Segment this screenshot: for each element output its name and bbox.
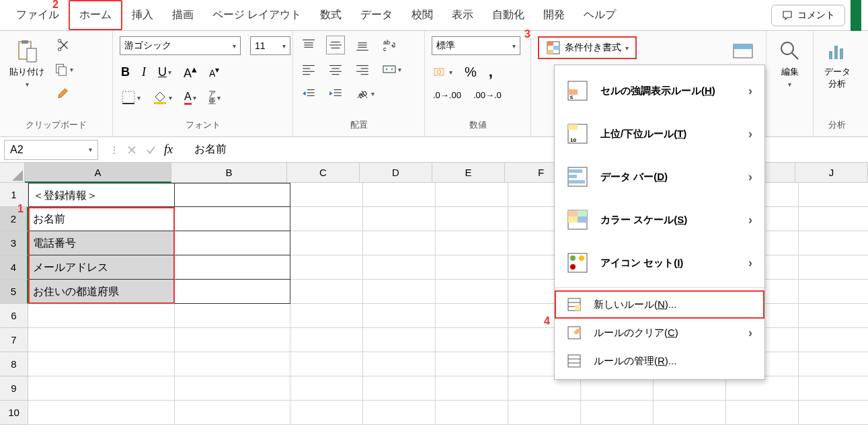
- brush-icon: [56, 86, 71, 101]
- cell-c1[interactable]: [290, 183, 363, 207]
- cell-a4[interactable]: メールアドレス: [28, 255, 175, 280]
- editing-button[interactable]: 編集 ▾: [774, 36, 806, 91]
- col-header-d[interactable]: D: [360, 163, 432, 183]
- cell-b5[interactable]: [175, 280, 290, 304]
- merge-button[interactable]: ▾: [381, 60, 403, 78]
- share-indicator[interactable]: [851, 0, 861, 31]
- enter-icon[interactable]: [145, 145, 156, 155]
- wrap-text-button[interactable]: abc: [381, 36, 398, 54]
- percent-button[interactable]: %: [463, 63, 478, 81]
- tab-automate[interactable]: 自動化: [483, 1, 534, 29]
- menu-manage-rules[interactable]: ルールの管理(R)...: [555, 347, 764, 375]
- align-middle-icon: [328, 38, 343, 52]
- menu-new-rule[interactable]: 新しいルール(N)...: [555, 290, 764, 319]
- tab-pagelayout[interactable]: ページ レイアウト: [203, 1, 311, 29]
- col-header-e[interactable]: E: [432, 163, 505, 183]
- comma-button[interactable]: ,: [487, 62, 494, 82]
- databar-icon: [567, 166, 588, 188]
- tab-insert[interactable]: 挿入: [122, 1, 163, 29]
- bold-button[interactable]: B: [120, 64, 131, 81]
- col-header-a[interactable]: A: [25, 163, 171, 183]
- increase-indent-button[interactable]: [327, 85, 344, 102]
- number-format-combo[interactable]: 標準▾: [432, 36, 520, 55]
- cancel-icon[interactable]: [126, 145, 137, 155]
- italic-button[interactable]: I: [141, 64, 147, 81]
- select-all-button[interactable]: [0, 163, 25, 183]
- tab-home[interactable]: ホーム: [69, 0, 122, 30]
- cancel-formula-icon[interactable]: ⋮: [110, 145, 118, 155]
- decrease-font-button[interactable]: A▾: [208, 64, 221, 80]
- tab-data[interactable]: データ: [351, 1, 402, 29]
- name-box[interactable]: A2▾: [4, 140, 98, 160]
- svg-rect-60: [568, 124, 578, 130]
- col-header-b[interactable]: B: [171, 163, 287, 183]
- clear-icon: [567, 325, 582, 340]
- tab-developer[interactable]: 開発: [534, 1, 574, 29]
- copy-button[interactable]: ▾: [52, 60, 75, 78]
- row-header-10[interactable]: 10: [0, 401, 28, 425]
- increase-decimal-button[interactable]: .0→.00: [432, 89, 463, 101]
- tab-formula[interactable]: 数式: [311, 1, 351, 29]
- menu-icon-sets[interactable]: アイコン セット(I) ›: [555, 241, 764, 284]
- tab-file[interactable]: ファイル: [7, 1, 69, 29]
- menu-top-bottom-rules[interactable]: 10 上位/下位ルール(T) ›: [555, 112, 764, 155]
- decrease-decimal-button[interactable]: .00→.0: [472, 89, 503, 101]
- underline-button[interactable]: U▾: [157, 64, 173, 81]
- row-header-2[interactable]: 2: [0, 207, 28, 231]
- align-center-button[interactable]: [327, 60, 344, 78]
- font-size-combo[interactable]: 11▾: [250, 36, 290, 55]
- tab-draw[interactable]: 描画: [163, 1, 203, 29]
- menu-highlight-rules[interactable]: ≤ セルの強調表示ルール(H) ›: [555, 69, 764, 112]
- col-header-c[interactable]: C: [287, 163, 360, 183]
- tab-help[interactable]: ヘルプ: [574, 1, 625, 29]
- orientation-button[interactable]: ab▾: [354, 85, 376, 102]
- row-header-1[interactable]: 1: [0, 183, 28, 207]
- align-left-button[interactable]: [300, 60, 317, 78]
- font-color-button[interactable]: A▾: [183, 89, 198, 106]
- cell-b4[interactable]: [175, 255, 290, 280]
- cell-a1[interactable]: ＜登録情報＞: [28, 183, 175, 207]
- font-name-combo[interactable]: 游ゴシック▾: [120, 36, 241, 55]
- cell-b2[interactable]: [175, 207, 290, 231]
- comment-button[interactable]: コメント: [771, 5, 845, 26]
- accounting-button[interactable]: ▾: [432, 63, 454, 81]
- align-right-button[interactable]: [354, 60, 371, 78]
- cell-a5[interactable]: お住いの都道府県: [28, 280, 175, 304]
- cut-button[interactable]: [55, 36, 73, 54]
- col-header-j[interactable]: J: [795, 163, 868, 183]
- row-header-3[interactable]: 3: [0, 231, 28, 255]
- cell-a3[interactable]: 電話番号: [28, 231, 175, 255]
- row-header-4[interactable]: 4: [0, 255, 28, 280]
- font-label: フォント: [120, 116, 286, 134]
- tab-view[interactable]: 表示: [442, 1, 483, 29]
- comment-label: コメント: [797, 9, 835, 22]
- fx-button[interactable]: fx: [164, 143, 173, 157]
- tab-review[interactable]: 校閲: [402, 1, 442, 29]
- format-painter-button[interactable]: [55, 85, 73, 102]
- row-header-5[interactable]: 5: [0, 280, 28, 304]
- conditional-formatting-button[interactable]: 条件付き書式 ▾: [538, 36, 637, 59]
- row-header-7[interactable]: 7: [0, 328, 28, 352]
- increase-font-button[interactable]: A▴: [182, 62, 198, 82]
- fill-color-button[interactable]: ▾: [151, 89, 173, 106]
- paste-button[interactable]: 貼り付け ▾: [7, 36, 47, 91]
- align-middle-button[interactable]: [327, 36, 344, 54]
- border-button[interactable]: ▾: [120, 89, 142, 106]
- row-header-9[interactable]: 9: [0, 376, 28, 401]
- align-top-icon: [301, 38, 316, 52]
- align-bottom-button[interactable]: [354, 36, 371, 54]
- phonetic-button[interactable]: ア 亜▾: [207, 89, 222, 106]
- group-font: 游ゴシック▾ 11▾ B I U▾ A▴ A▾ ▾ ▾ A▾ ア 亜▾ フォント: [113, 31, 293, 136]
- row-header-6[interactable]: 6: [0, 304, 28, 328]
- data-analysis-button[interactable]: データ 分析: [821, 36, 853, 93]
- row-header-8[interactable]: 8: [0, 352, 28, 376]
- menu-color-scales[interactable]: カラー スケール(S) ›: [555, 198, 764, 241]
- cell-b1[interactable]: [175, 183, 290, 207]
- menu-clear-rules[interactable]: ルールのクリア(C) ›: [555, 319, 764, 347]
- cell-styles-button[interactable]: [727, 36, 759, 66]
- decrease-indent-button[interactable]: [300, 85, 317, 102]
- cell-a2[interactable]: お名前: [28, 207, 175, 231]
- align-top-button[interactable]: [300, 36, 317, 54]
- cell-b3[interactable]: [175, 231, 290, 255]
- menu-data-bars[interactable]: データ バー(D) ›: [555, 155, 764, 198]
